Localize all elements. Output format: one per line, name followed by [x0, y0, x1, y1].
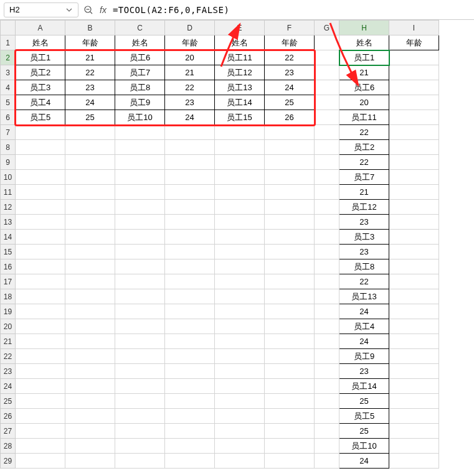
- cell-F11[interactable]: [265, 185, 315, 200]
- cell-F24[interactable]: [265, 379, 315, 394]
- row-header-19[interactable]: 19: [1, 304, 16, 319]
- cell-G1[interactable]: [315, 35, 339, 50]
- cell-D12[interactable]: [165, 200, 215, 215]
- select-all-corner[interactable]: [1, 21, 16, 35]
- col-header-H[interactable]: H: [339, 21, 389, 35]
- cell-H2[interactable]: 员工1: [339, 50, 389, 65]
- cell-E6[interactable]: 员工15: [215, 110, 265, 125]
- col-header-B[interactable]: B: [65, 21, 115, 35]
- cell-G17[interactable]: [315, 274, 339, 289]
- cell-G5[interactable]: [315, 95, 339, 110]
- col-header-D[interactable]: D: [165, 21, 215, 35]
- cell-C25[interactable]: [115, 394, 165, 409]
- cell-H10[interactable]: 员工7: [339, 170, 389, 185]
- cell-H16[interactable]: 员工8: [339, 259, 389, 274]
- cell-G25[interactable]: [315, 394, 339, 409]
- cell-D24[interactable]: [165, 379, 215, 394]
- cell-F28[interactable]: [265, 439, 315, 454]
- cell-H1[interactable]: 姓名: [339, 35, 389, 50]
- cell-H6[interactable]: 员工11: [339, 110, 389, 125]
- cell-I18[interactable]: [389, 289, 439, 304]
- cell-C19[interactable]: [115, 304, 165, 319]
- cell-A14[interactable]: [16, 230, 65, 245]
- cell-F18[interactable]: [265, 289, 315, 304]
- cell-H15[interactable]: 23: [339, 245, 389, 259]
- cell-F1[interactable]: 年龄: [265, 35, 315, 50]
- cell-F3[interactable]: 23: [265, 65, 315, 80]
- row-header-3[interactable]: 3: [1, 65, 16, 80]
- cell-I27[interactable]: [389, 424, 439, 439]
- cell-B27[interactable]: [65, 424, 115, 439]
- cell-A29[interactable]: [16, 454, 65, 469]
- cell-B12[interactable]: [65, 200, 115, 215]
- cell-C15[interactable]: [115, 245, 165, 259]
- row-header-24[interactable]: 24: [1, 379, 16, 394]
- formula-input[interactable]: =TOCOL(A2:F6,0,FALSE): [113, 5, 230, 15]
- cell-I4[interactable]: [389, 80, 439, 95]
- row-header-29[interactable]: 29: [1, 454, 16, 469]
- cell-H25[interactable]: 25: [339, 394, 389, 409]
- col-header-E[interactable]: E: [215, 21, 265, 35]
- cell-G27[interactable]: [315, 424, 339, 439]
- cell-D29[interactable]: [165, 454, 215, 469]
- cell-H26[interactable]: 员工5: [339, 409, 389, 424]
- cell-H11[interactable]: 21: [339, 185, 389, 200]
- cell-G29[interactable]: [315, 454, 339, 469]
- cell-A9[interactable]: [16, 155, 65, 170]
- cell-C1[interactable]: 姓名: [115, 35, 165, 50]
- cell-E16[interactable]: [215, 259, 265, 274]
- row-header-2[interactable]: 2: [1, 50, 16, 65]
- cell-C28[interactable]: [115, 439, 165, 454]
- cell-E22[interactable]: [215, 349, 265, 364]
- cell-A23[interactable]: [16, 364, 65, 379]
- row-header-27[interactable]: 27: [1, 424, 16, 439]
- name-box[interactable]: H2: [4, 2, 78, 17]
- cell-G9[interactable]: [315, 155, 339, 170]
- cell-H29[interactable]: 24: [339, 454, 389, 469]
- cell-D23[interactable]: [165, 364, 215, 379]
- cell-G21[interactable]: [315, 334, 339, 349]
- cell-B21[interactable]: [65, 334, 115, 349]
- cell-E24[interactable]: [215, 379, 265, 394]
- cell-I5[interactable]: [389, 95, 439, 110]
- cell-I13[interactable]: [389, 215, 439, 230]
- cell-F15[interactable]: [265, 245, 315, 259]
- cell-F27[interactable]: [265, 424, 315, 439]
- cell-G11[interactable]: [315, 185, 339, 200]
- cell-F17[interactable]: [265, 274, 315, 289]
- cell-I1[interactable]: 年龄: [389, 35, 439, 50]
- cell-I21[interactable]: [389, 334, 439, 349]
- cell-I6[interactable]: [389, 110, 439, 125]
- cell-A26[interactable]: [16, 409, 65, 424]
- cell-E3[interactable]: 员工12: [215, 65, 265, 80]
- cell-H17[interactable]: 22: [339, 274, 389, 289]
- cell-F26[interactable]: [265, 409, 315, 424]
- row-header-12[interactable]: 12: [1, 200, 16, 215]
- cell-A2[interactable]: 员工1: [16, 50, 65, 65]
- cell-C17[interactable]: [115, 274, 165, 289]
- cell-F2[interactable]: 22: [265, 50, 315, 65]
- col-header-A[interactable]: A: [16, 21, 65, 35]
- cell-D25[interactable]: [165, 394, 215, 409]
- row-header-22[interactable]: 22: [1, 349, 16, 364]
- cell-I3[interactable]: [389, 65, 439, 80]
- cell-E14[interactable]: [215, 230, 265, 245]
- cell-A28[interactable]: [16, 439, 65, 454]
- row-header-7[interactable]: 7: [1, 125, 16, 140]
- row-header-9[interactable]: 9: [1, 155, 16, 170]
- cell-A19[interactable]: [16, 304, 65, 319]
- cell-H5[interactable]: 20: [339, 95, 389, 110]
- cell-A13[interactable]: [16, 215, 65, 230]
- cell-H28[interactable]: 员工10: [339, 439, 389, 454]
- cell-C3[interactable]: 员工7: [115, 65, 165, 80]
- cell-H7[interactable]: 22: [339, 125, 389, 140]
- cell-G6[interactable]: [315, 110, 339, 125]
- cell-I10[interactable]: [389, 170, 439, 185]
- cell-B7[interactable]: [65, 125, 115, 140]
- cell-C6[interactable]: 员工10: [115, 110, 165, 125]
- row-header-13[interactable]: 13: [1, 215, 16, 230]
- cell-F16[interactable]: [265, 259, 315, 274]
- cell-D19[interactable]: [165, 304, 215, 319]
- cell-B1[interactable]: 年龄: [65, 35, 115, 50]
- cell-B22[interactable]: [65, 349, 115, 364]
